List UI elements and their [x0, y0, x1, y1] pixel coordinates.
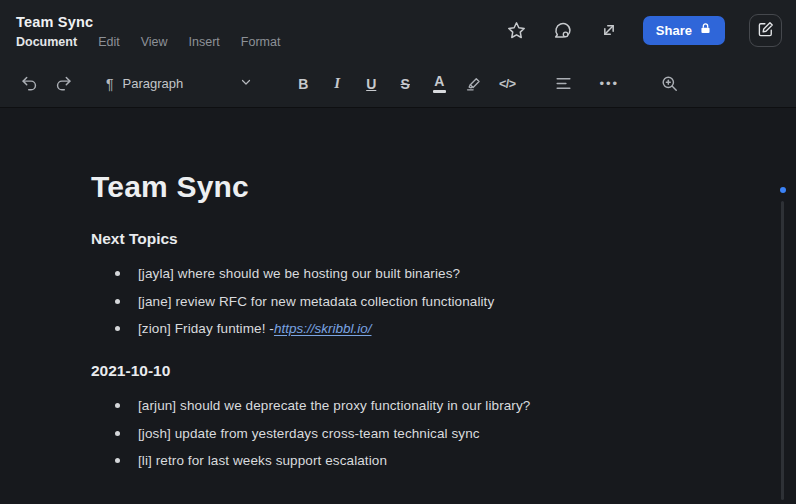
presence-indicator-dot: [780, 187, 786, 193]
list-item: [jayla] where should we be hosting our b…: [91, 266, 706, 281]
italic-icon: I: [334, 75, 340, 92]
align-button[interactable]: [546, 68, 580, 100]
bold-button[interactable]: B: [286, 68, 320, 100]
italic-button[interactable]: I: [320, 68, 354, 100]
list-item-text: [jane] review RFC for new metadata colle…: [138, 294, 494, 309]
underline-icon: U: [366, 76, 376, 92]
compose-button[interactable]: [749, 14, 782, 47]
header-actions: Share: [499, 12, 782, 48]
menu-item-document[interactable]: Document: [16, 35, 77, 49]
text-color-bar: [433, 90, 446, 93]
list-item-text: [jayla] where should we be hosting our b…: [138, 266, 460, 281]
text-color-icon: A: [433, 74, 446, 93]
page-title: Team Sync: [91, 170, 706, 204]
diagonal-arrow-icon: [599, 20, 619, 40]
formatting-toolbar: ¶ Paragraph B I U S A </>: [0, 60, 796, 108]
list-item-text: [zion] Friday funtime! -: [138, 321, 274, 336]
highlight-button[interactable]: [456, 68, 490, 100]
more-dots-icon: •••: [599, 76, 619, 91]
bullet-icon: [115, 458, 120, 463]
list-item: [josh] update from yesterdays cross-team…: [91, 426, 706, 441]
comments-button[interactable]: [545, 12, 581, 48]
favorite-button[interactable]: [499, 12, 535, 48]
document-section: Next Topics[jayla] where should we be ho…: [91, 230, 706, 336]
bullet-list: [arjun] should we deprecate the proxy fu…: [91, 398, 706, 468]
redo-icon: [54, 74, 73, 93]
bullet-icon: [115, 271, 120, 276]
app-header: Team Sync Document Edit View Insert Form…: [0, 0, 796, 60]
zoom-in-icon: [660, 74, 679, 93]
menu-item-view[interactable]: View: [141, 35, 168, 49]
paragraph-icon: ¶: [106, 76, 114, 92]
bullet-list: [jayla] where should we be hosting our b…: [91, 266, 706, 336]
highlighter-icon: [464, 74, 483, 93]
menu-item-format[interactable]: Format: [241, 35, 281, 49]
section-heading: Next Topics: [91, 230, 706, 248]
comment-bubble-icon: [552, 20, 573, 41]
list-item: [arjun] should we deprecate the proxy fu…: [91, 398, 706, 413]
redo-button[interactable]: [46, 68, 80, 100]
undo-button[interactable]: [12, 68, 46, 100]
compose-pencil-icon: [757, 20, 775, 41]
undo-icon: [20, 74, 39, 93]
lock-icon: [699, 22, 712, 38]
bullet-icon: [115, 299, 120, 304]
document-canvas[interactable]: Team Sync Next Topics[jayla] where shoul…: [0, 108, 796, 503]
share-button-label: Share: [656, 23, 692, 38]
zoom-button[interactable]: [652, 68, 686, 100]
document-sections: Next Topics[jayla] where should we be ho…: [91, 230, 706, 468]
expand-button[interactable]: [591, 12, 627, 48]
paragraph-style-dropdown[interactable]: ¶ Paragraph: [98, 68, 262, 100]
bullet-icon: [115, 431, 120, 436]
underline-button[interactable]: U: [354, 68, 388, 100]
list-item: [li] retro for last weeks support escala…: [91, 453, 706, 468]
document-section: 2021-10-10[arjun] should we deprecate th…: [91, 362, 706, 468]
scrollbar[interactable]: [781, 201, 784, 500]
text-color-letter: A: [434, 74, 444, 88]
bullet-icon: [115, 326, 120, 331]
code-button[interactable]: </>: [490, 68, 524, 100]
strikethrough-button[interactable]: S: [388, 68, 422, 100]
document-title: Team Sync: [16, 14, 280, 30]
code-icon: </>: [499, 77, 516, 91]
header-left: Team Sync Document Edit View Insert Form…: [16, 12, 280, 49]
more-options-button[interactable]: •••: [592, 68, 626, 100]
strikethrough-icon: S: [401, 76, 410, 92]
list-item: [jane] review RFC for new metadata colle…: [91, 294, 706, 309]
text-color-button[interactable]: A: [422, 68, 456, 100]
list-item-text: [arjun] should we deprecate the proxy fu…: [138, 398, 530, 413]
chevron-down-icon: [240, 76, 252, 91]
bold-icon: B: [298, 76, 308, 92]
menu-item-edit[interactable]: Edit: [98, 35, 120, 49]
section-heading: 2021-10-10: [91, 362, 706, 380]
menu-item-insert[interactable]: Insert: [189, 35, 220, 49]
list-item: [zion] Friday funtime! - https://skribbl…: [91, 321, 706, 336]
list-item-text: [josh] update from yesterdays cross-team…: [138, 426, 480, 441]
align-left-icon: [554, 74, 573, 93]
document-link[interactable]: https://skribbl.io/: [274, 321, 372, 336]
menu-bar: Document Edit View Insert Format: [16, 35, 280, 49]
paragraph-style-label: Paragraph: [123, 76, 184, 91]
star-icon: [506, 20, 527, 41]
bullet-icon: [115, 403, 120, 408]
list-item-text: [li] retro for last weeks support escala…: [138, 453, 387, 468]
share-button[interactable]: Share: [643, 16, 725, 45]
